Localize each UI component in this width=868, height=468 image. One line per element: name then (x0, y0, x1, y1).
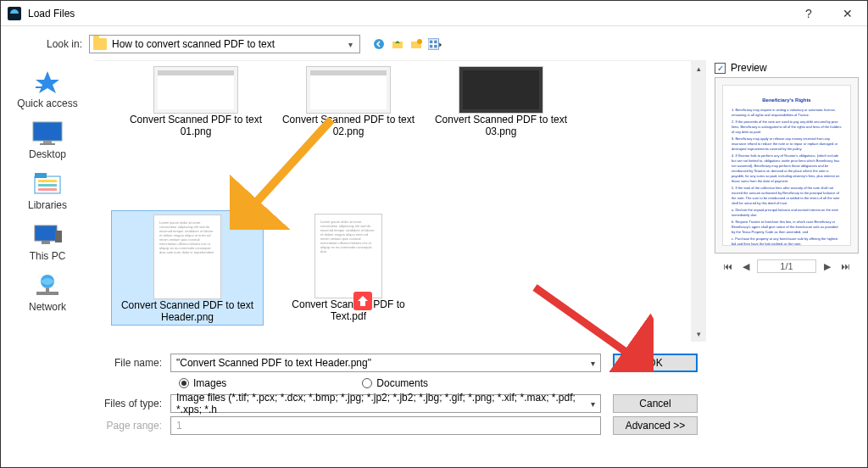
ok-button[interactable]: OK (613, 354, 698, 372)
file-label: Convert Scanned PDF to text 02.png (272, 114, 425, 137)
svg-rect-8 (434, 45, 437, 48)
scroll-up-icon[interactable]: ▴ (691, 61, 706, 76)
quick-access-icon (31, 67, 64, 98)
radio-checked-icon (179, 378, 189, 388)
radio-documents[interactable]: Documents (362, 377, 428, 389)
look-in-dropdown[interactable]: How to convert scanned PDF to text ▾ (89, 35, 360, 53)
first-page-icon[interactable]: ⏮ (720, 259, 735, 274)
file-list-area[interactable]: Convert Scanned PDF to text 01.png Conve… (94, 60, 706, 342)
preview-viewport: Beneficiary's Rights 1. Beneficiary may … (715, 77, 859, 254)
svg-rect-14 (35, 173, 47, 178)
svg-rect-20 (55, 231, 62, 242)
svg-rect-19 (42, 241, 50, 244)
cancel-button[interactable]: Cancel (613, 394, 698, 413)
sidebar-item-desktop[interactable]: Desktop (1, 118, 94, 160)
look-in-value: How to convert scanned PDF to text (112, 38, 344, 50)
file-label: Convert Scanned PDF to text 03.png (425, 114, 577, 137)
close-button[interactable]: ✕ (828, 1, 867, 26)
radio-images[interactable]: Images (179, 377, 226, 389)
last-page-icon[interactable]: ⏭ (838, 259, 854, 274)
advanced-button[interactable]: Advanced >> (613, 416, 698, 435)
page-indicator: 1/1 (757, 259, 815, 273)
sidebar-item-libraries[interactable]: Libraries (1, 169, 94, 211)
svg-rect-6 (434, 41, 437, 44)
help-button[interactable]: ? (789, 1, 828, 26)
prev-page-icon[interactable]: ◀ (738, 259, 754, 274)
svg-rect-10 (33, 122, 62, 141)
file-label: Convert Scanned PDF to text 01.png (120, 114, 272, 137)
svg-rect-9 (36, 86, 51, 88)
sidebar-item-quick-access[interactable]: Quick access (1, 67, 94, 109)
view-menu-icon[interactable] (428, 37, 442, 51)
svg-rect-23 (46, 288, 49, 293)
file-label: Convert Scanned PDF to Text.pdf (281, 298, 416, 322)
file-label: Convert Scanned PDF to text Header.png (115, 299, 259, 323)
file-thumb[interactable]: Convert Scanned PDF to text 02.png (272, 66, 425, 137)
file-thumb-selected[interactable]: Lorem ipsum dolor sit amet consectetur a… (111, 210, 264, 326)
scroll-down-icon[interactable]: ▾ (691, 326, 706, 342)
file-thumb[interactable]: Lorem ipsum dolor sit amet consectetur a… (281, 214, 416, 322)
titlebar: Load Files ? ✕ (1, 1, 867, 26)
svg-point-0 (374, 39, 384, 49)
folder-icon (93, 38, 107, 50)
page-range-label: Page range: (94, 420, 170, 432)
svg-rect-11 (43, 141, 52, 143)
sidebar-item-label: Network (29, 301, 66, 313)
file-thumb[interactable]: Convert Scanned PDF to text 01.png (120, 66, 272, 137)
look-in-label: Look in: (13, 38, 89, 50)
sidebar-item-label: Desktop (29, 148, 66, 160)
files-of-type-dropdown[interactable]: Image files (*.tif; *.pcx; *.dcx; *.bmp;… (170, 394, 601, 413)
sidebar-item-network[interactable]: Network (1, 270, 94, 313)
file-thumb[interactable]: Convert Scanned PDF to text 03.png (425, 66, 577, 137)
preview-checkbox[interactable]: ✓ Preview (715, 62, 859, 74)
network-icon (31, 270, 64, 301)
svg-rect-7 (430, 45, 433, 48)
svg-rect-18 (35, 226, 57, 241)
this-pc-icon (31, 220, 64, 250)
svg-rect-5 (430, 41, 433, 44)
page-range-input: 1 (170, 416, 601, 435)
preview-panel: ✓ Preview Beneficiary's Rights 1. Benefi… (706, 57, 867, 464)
svg-rect-12 (40, 143, 55, 145)
chevron-down-icon: ▾ (344, 40, 356, 49)
sidebar-item-label: Quick access (17, 98, 77, 109)
desktop-icon (31, 118, 64, 148)
pdf-icon (353, 292, 372, 310)
file-name-input[interactable]: "Convert Scanned PDF to text Header.png" (170, 354, 601, 372)
checkbox-checked-icon: ✓ (715, 63, 726, 74)
app-icon (8, 7, 21, 20)
sidebar-item-this-pc[interactable]: This PC (1, 220, 94, 262)
preview-label: Preview (731, 62, 767, 74)
svg-rect-17 (38, 188, 57, 191)
next-page-icon[interactable]: ▶ (820, 259, 835, 274)
file-name-label: File name: (94, 357, 170, 369)
up-folder-icon[interactable] (391, 37, 404, 51)
back-icon[interactable] (372, 37, 386, 51)
libraries-icon (31, 169, 64, 199)
sidebar-item-label: Libraries (28, 199, 67, 211)
files-of-type-label: Files of type: (94, 398, 170, 410)
new-folder-icon[interactable] (409, 37, 423, 51)
look-in-toolbar: Look in: How to convert scanned PDF to t… (1, 31, 867, 57)
svg-rect-15 (38, 180, 57, 182)
svg-rect-16 (38, 184, 57, 187)
file-scrollbar[interactable]: ▴ ▾ (691, 61, 706, 342)
sidebar-item-label: This PC (30, 250, 66, 262)
places-sidebar: Quick access Desktop Libraries This PC N… (1, 57, 94, 464)
radio-icon (362, 378, 372, 388)
window-title: Load Files (28, 8, 75, 20)
svg-point-3 (417, 39, 422, 44)
